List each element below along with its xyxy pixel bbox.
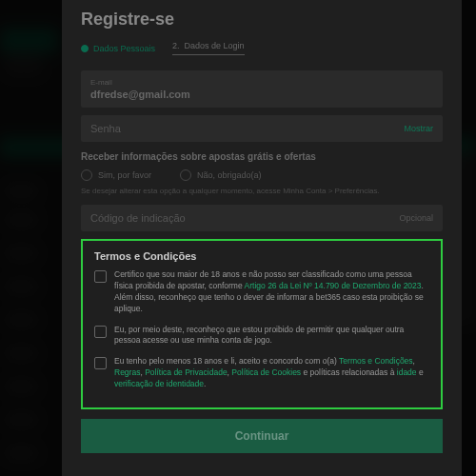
- terms-link[interactable]: Termos e Condições: [339, 356, 412, 366]
- step-label: Dados de Login: [185, 41, 245, 50]
- step-login[interactable]: 2. Dados de Login: [172, 41, 245, 55]
- step-label: Dados Pessoais: [93, 44, 155, 53]
- term-text: Eu, por meio deste, reconheço que estou …: [114, 325, 429, 347]
- offers-yes-radio[interactable]: Sim, por favor: [81, 169, 151, 181]
- field-label: E-mail: [90, 78, 433, 87]
- radio-label: Sim, por favor: [98, 170, 151, 180]
- law-link[interactable]: Artigo 26 da Lei Nº 14.790 de Dezembro d…: [245, 281, 422, 290]
- term-account-row: Eu, por meio deste, reconheço que estou …: [94, 325, 429, 347]
- age-link[interactable]: idade: [397, 367, 417, 377]
- offers-radios: Sim, por favor Não, obrigado(a): [81, 169, 443, 181]
- step-number: 2.: [172, 41, 180, 50]
- modal-title: Registre-se: [81, 10, 443, 30]
- field-value: dfredse@gmail.com: [90, 89, 433, 100]
- cookies-link[interactable]: Política de Cookies: [231, 367, 301, 377]
- term-age-checkbox[interactable]: [94, 270, 107, 283]
- offers-no-radio[interactable]: Não, obrigado(a): [180, 169, 262, 181]
- email-field[interactable]: E-mail dfredse@gmail.com: [81, 70, 443, 108]
- terms-title: Termos e Condições: [94, 250, 429, 262]
- privacy-link[interactable]: Política de Privacidade: [145, 367, 227, 377]
- referral-field[interactable]: Código de indicação Opcional: [81, 205, 443, 231]
- term-policies-checkbox[interactable]: [94, 357, 107, 369]
- field-placeholder: Código de indicação: [90, 212, 186, 224]
- term-policies-row: Eu tenho pelo menos 18 anos e li, aceito…: [94, 356, 429, 390]
- identity-link[interactable]: verificação de identidade: [114, 379, 204, 388]
- continue-button[interactable]: Continuar: [81, 419, 443, 453]
- stepper: Dados Pessoais 2. Dados de Login: [81, 41, 443, 55]
- offers-heading: Receber informações sobre apostas grátis…: [81, 151, 443, 162]
- offers-hint: Se desejar alterar esta opção a qualquer…: [81, 187, 443, 195]
- register-modal: Registre-se Dados Pessoais 2. Dados de L…: [62, 0, 462, 476]
- term-age-row: Certifico que sou maior de 18 anos e não…: [94, 269, 429, 315]
- step-personal[interactable]: Dados Pessoais: [81, 44, 155, 53]
- term-text: Certifico que sou maior de 18 anos e não…: [114, 269, 429, 315]
- term-text: Eu tenho pelo menos 18 anos e li, aceito…: [114, 356, 429, 390]
- optional-label: Opcional: [399, 213, 433, 223]
- rules-link[interactable]: Regras: [114, 367, 140, 377]
- field-placeholder: Senha: [90, 123, 121, 134]
- term-account-checkbox[interactable]: [94, 326, 107, 338]
- radio-icon: [81, 169, 92, 181]
- show-password-button[interactable]: Mostrar: [404, 124, 433, 133]
- terms-box: Termos e Condições Certifico que sou mai…: [81, 239, 443, 409]
- radio-icon: [180, 169, 191, 181]
- radio-label: Não, obrigado(a): [197, 170, 262, 180]
- check-icon: [81, 45, 89, 52]
- password-field[interactable]: Senha Mostrar: [81, 115, 443, 142]
